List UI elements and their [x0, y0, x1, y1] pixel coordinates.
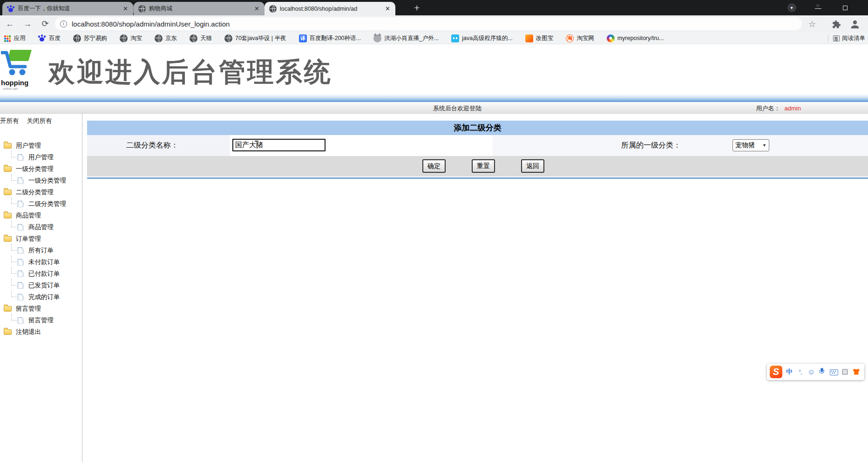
bookmark-label: 洪湖小肖直播_户外... [384, 34, 439, 42]
tree-item[interactable]: 已付款订单 [0, 268, 82, 279]
tree-item[interactable]: 未付款订单 [0, 256, 82, 268]
reload-button[interactable]: ⟳ [39, 18, 51, 30]
bookmark-item[interactable]: 京东 [155, 34, 177, 42]
reset-button[interactable]: 重置 [472, 159, 495, 173]
ime-icon[interactable]: ☺ [807, 368, 815, 376]
tree-connector [11, 221, 17, 227]
tree-item[interactable]: 留言管理 [0, 303, 82, 314]
tree-connector [11, 151, 17, 157]
address-bar[interactable]: i localhost:8080/shop/admin/adminUser_lo… [55, 17, 802, 30]
url-text[interactable]: localhost:8080/shop/admin/adminUser_logi… [72, 20, 230, 28]
tree-item[interactable]: 用户管理 [0, 151, 82, 163]
profile-avatar[interactable] [849, 19, 861, 30]
ime-icon[interactable]: 中 [786, 368, 793, 376]
tab-shop[interactable]: 购物商城 ✕ [134, 2, 264, 15]
ime-icon[interactable]: °‚ [797, 368, 803, 376]
tree-item[interactable]: 留言管理 [0, 314, 82, 326]
tree-item-label: 未付款订单 [28, 258, 60, 266]
tree-item-label: 已付款订单 [28, 270, 60, 278]
bookmark-item[interactable]: 苏宁易购 [73, 34, 107, 42]
tree-item[interactable]: 商品管理 [0, 210, 82, 221]
tab-baidu[interactable]: 百度一下，你就知道 ✕ [2, 2, 133, 15]
bookmark-item[interactable]: 70套java毕设 | 半夜 [224, 34, 286, 42]
bookmark-label: 淘宝网 [576, 34, 594, 42]
bookmark-favicon-icon [73, 34, 81, 42]
reading-list-button[interactable]: 阅读清单 [833, 33, 868, 44]
logo-subtext: online cart [3, 87, 18, 90]
tree-item[interactable]: 完成的订单 [0, 291, 82, 303]
expand-all-link[interactable]: 开所有 [0, 117, 19, 125]
tree-connector [11, 256, 17, 262]
form-bottom-divider [87, 177, 868, 179]
tree-item[interactable]: 用户管理 [0, 140, 82, 151]
extensions-icon[interactable] [831, 19, 842, 30]
bookmark-item[interactable]: 译 百度翻译-200种语... [299, 34, 361, 42]
forward-button[interactable]: → [21, 18, 34, 30]
tab-close-icon[interactable]: ✕ [122, 5, 129, 12]
tree-item-label: 商品管理 [28, 223, 54, 231]
baidu-favicon-icon [7, 5, 14, 13]
tree-item-label: 一级分类管理 [28, 177, 66, 185]
bookmark-label: 百度 [49, 34, 61, 42]
tree-item[interactable]: 商品管理 [0, 221, 82, 233]
bookmark-item[interactable]: 百度 [38, 34, 61, 42]
bookmark-item[interactable]: 改图宝 [525, 34, 554, 42]
tab-close-icon[interactable]: ✕ [253, 5, 261, 12]
ime-icon[interactable] [853, 368, 860, 376]
ime-icon[interactable] [830, 368, 838, 376]
tab-close-icon[interactable]: ✕ [384, 5, 392, 12]
shopping-cart-icon [1, 48, 34, 78]
subcategory-name-input[interactable] [232, 139, 326, 151]
tree-item[interactable]: 二级分类管理 [0, 198, 82, 210]
bookmark-item[interactable]: 洪湖小肖直播_户外... [373, 34, 439, 42]
tree-connector [11, 197, 17, 204]
tree-item[interactable]: 一级分类管理 [0, 175, 82, 186]
bookmark-item[interactable]: 淘 淘宝网 [566, 34, 594, 42]
browser-toolbar: ← → ⟳ i localhost:8080/shop/admin/adminU… [0, 15, 868, 33]
bookmark-item[interactable]: java高级程序猿的... [451, 34, 512, 42]
page-title: 欢迎进入后台管理系统 [48, 54, 332, 90]
ime-icon[interactable] [842, 368, 848, 376]
back-button[interactable]: ← [4, 18, 16, 30]
tree-item[interactable]: 已发货订单 [0, 279, 82, 291]
tree-node-icon [18, 317, 23, 324]
tree-item[interactable]: 所有订单 [0, 245, 82, 256]
tree-item-label: 商品管理 [16, 211, 41, 220]
tree-item[interactable]: 订单管理 [0, 233, 82, 245]
tree-node-icon [18, 247, 23, 254]
form-title: 添加二级分类 [87, 121, 868, 135]
bookmark-item[interactable]: 淘宝 [120, 34, 142, 42]
bookmark-item[interactable]: 应用 [3, 34, 26, 42]
reading-list-divider [828, 35, 828, 42]
browser-tab-strip: 百度一下，你就知道 ✕ 购物商城 ✕ localhost:8080/shop/a… [0, 0, 868, 15]
tab-admin-active[interactable]: localhost:8080/shop/admin/ad ✕ [264, 2, 395, 15]
bookmarks-overflow-chevron[interactable]: » [816, 1, 820, 9]
bookmark-favicon-icon [451, 34, 459, 42]
tree-item[interactable]: 一级分类管理 [0, 163, 82, 175]
page-info-icon[interactable]: i [60, 20, 67, 27]
tree-connector [11, 244, 17, 251]
reading-list-icon [833, 35, 840, 41]
ime-icon[interactable] [819, 368, 826, 376]
sidebar-navigation: 开所有 关闭所有 用户管理 用户管理 一级分类管理 一级分类管理 二级分类管理 … [0, 114, 82, 462]
globe-favicon-icon [269, 5, 277, 13]
bookmarks-bar: 应用 百度 苏宁易购 淘宝 京东 天猫 70套java毕设 | 半夜 译 百度翻… [0, 33, 868, 44]
sogou-logo-icon[interactable]: S [770, 366, 782, 378]
back-button-form[interactable]: 返回 [521, 159, 544, 173]
tree-item[interactable]: 注销退出 [0, 326, 82, 338]
collapse-all-link[interactable]: 关闭所有 [27, 117, 52, 125]
tab-title: localhost:8080/shop/admin/ad [280, 6, 384, 12]
ime-icons: 中 °‚ ☺ [786, 368, 860, 376]
confirm-button[interactable]: 确定 [422, 159, 446, 173]
bookmark-item[interactable]: myrepository/tru... [607, 34, 664, 42]
browser-update-indicator[interactable]: ▾ [787, 0, 796, 15]
tree-item[interactable]: 二级分类管理 [0, 186, 82, 198]
bookmark-item[interactable]: 天猫 [190, 34, 212, 42]
site-header: hopping online cart 欢迎进入后台管理系统 [0, 44, 868, 94]
bookmark-label: 应用 [14, 34, 26, 42]
parent-category-select[interactable]: 宠物猪 ▼ [732, 139, 769, 151]
shop-logo: hopping online cart [1, 48, 43, 80]
bookmark-star-button[interactable]: ☆ [807, 19, 818, 30]
new-tab-button[interactable]: + [414, 3, 420, 13]
window-maximize-button[interactable] [838, 0, 852, 15]
